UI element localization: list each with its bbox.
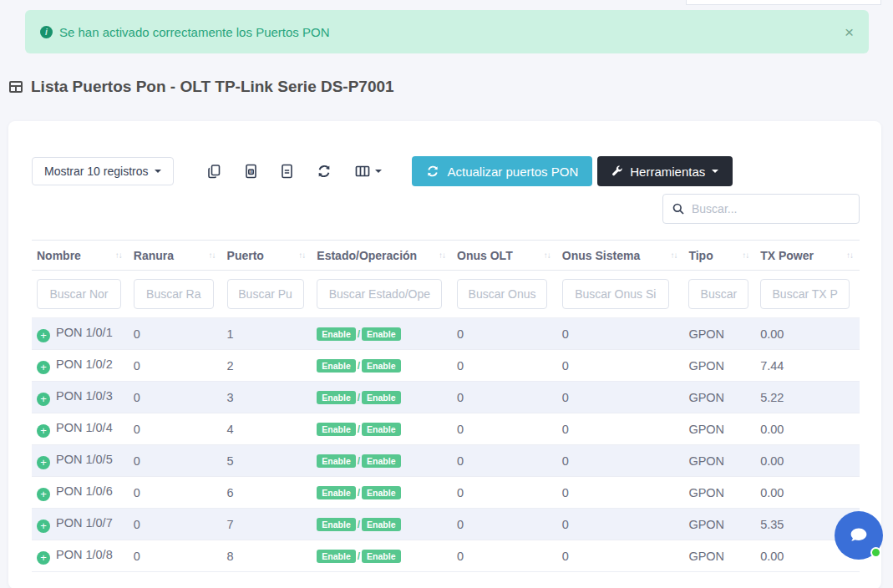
update-pon-ports-button[interactable]: Actualizar puertos PON (412, 156, 592, 186)
refresh-icon (426, 165, 439, 178)
cell-name: +PON 1/0/7 (32, 509, 129, 540)
file-export-button[interactable] (269, 159, 305, 184)
cell-estado-operacion: Enable/Enable (312, 540, 452, 572)
refresh-icon (317, 164, 332, 179)
estado-badge: Enable (317, 423, 355, 437)
badge-separator: / (358, 487, 360, 499)
cell-puerto: 6 (222, 477, 312, 509)
cell-onus_olt: 0 (452, 477, 557, 509)
cell-onus_sistema: 0 (557, 382, 684, 413)
table-row: +PON 1/0/202Enable/Enable00GPON7.44 (32, 350, 860, 382)
cell-ranura: 0 (129, 350, 222, 382)
cell-estado-operacion: Enable/Enable (312, 413, 452, 445)
reload-table-button[interactable] (305, 159, 343, 184)
show-entries-dropdown[interactable]: Mostrar 10 registros (32, 157, 174, 185)
cell-name: +PON 1/0/6 (32, 477, 129, 509)
cell-estado-operacion: Enable/Enable (312, 445, 452, 477)
cell-name: +PON 1/0/2 (32, 350, 129, 382)
cell-name: +PON 1/0/1 (32, 318, 129, 350)
expand-row-icon[interactable]: + (37, 551, 50, 565)
cell-onus_olt: 0 (452, 350, 557, 382)
copy-button[interactable] (195, 159, 233, 184)
estado-badge: Enable (317, 359, 355, 373)
cell-onus_sistema: 0 (557, 318, 684, 350)
cell-onus_sistema: 0 (557, 509, 684, 540)
column-header-tx_power[interactable]: TX Power↑↓ (755, 241, 860, 271)
operacion-badge: Enable (362, 327, 400, 342)
excel-export-button[interactable]: x (233, 159, 269, 184)
table-icon (8, 79, 23, 94)
sort-icon[interactable]: ↑↓ (742, 251, 748, 260)
pon-ports-table: Nombre↑↓Ranura↑↓Puerto↑↓Estado/Operación… (32, 240, 860, 572)
cell-estado-operacion: Enable/Enable (312, 477, 452, 509)
column-header-tipo[interactable]: Tipo↑↓ (683, 241, 755, 271)
column-label: Onus OLT (457, 249, 513, 262)
sort-icon[interactable]: ↑↓ (670, 251, 677, 260)
search-icon (672, 202, 685, 215)
filter-input-tipo[interactable] (688, 279, 748, 309)
column-visibility-button[interactable] (343, 159, 393, 184)
cell-onus_olt: 0 (452, 318, 557, 350)
filter-input-onus_olt[interactable] (457, 279, 547, 309)
cell-puerto: 3 (222, 382, 312, 413)
operacion-badge: Enable (362, 391, 400, 405)
cell-puerto: 1 (222, 318, 312, 350)
expand-row-icon[interactable]: + (37, 456, 50, 469)
expand-row-icon[interactable]: + (37, 393, 50, 406)
cell-onus_olt: 0 (452, 540, 557, 572)
sort-icon[interactable]: ↑↓ (115, 251, 122, 260)
cell-puerto: 4 (222, 413, 312, 445)
sort-icon[interactable]: ↑↓ (209, 251, 216, 260)
filter-input-puerto[interactable] (227, 279, 304, 309)
close-icon[interactable]: × (845, 24, 854, 40)
tools-dropdown-button[interactable]: Herramientas (597, 156, 733, 186)
cell-ranura: 0 (129, 509, 222, 540)
cell-onus_sistema: 0 (557, 445, 684, 477)
cell-tipo: GPON (683, 540, 755, 572)
column-header-name[interactable]: Nombre↑↓ (32, 241, 129, 271)
copy-icon (207, 164, 221, 179)
sort-icon[interactable]: ↑↓ (439, 251, 445, 260)
estado-badge: Enable (317, 391, 355, 405)
column-header-ranura[interactable]: Ranura↑↓ (129, 241, 222, 271)
sort-icon[interactable]: ↑↓ (298, 251, 305, 260)
badge-separator: / (358, 360, 360, 372)
table-row: +PON 1/0/505Enable/Enable00GPON0.00 (32, 445, 860, 477)
filter-input-ranura[interactable] (134, 279, 214, 309)
filter-input-onus_sistema[interactable] (562, 279, 669, 309)
expand-row-icon[interactable]: + (37, 424, 50, 438)
expand-row-icon[interactable]: + (37, 488, 50, 501)
sort-icon[interactable]: ↑↓ (544, 251, 551, 260)
column-header-onus_olt[interactable]: Onus OLT↑↓ (452, 241, 557, 271)
expand-row-icon[interactable]: + (37, 329, 50, 342)
table-row: +PON 1/0/707Enable/Enable00GPON5.35 (32, 509, 860, 540)
cell-tipo: GPON (683, 413, 755, 445)
cell-tipo: GPON (683, 318, 755, 350)
cell-onus_sistema: 0 (557, 413, 684, 445)
column-label: Onus Sistema (562, 249, 640, 262)
cell-tx_power: 0.00 (755, 413, 860, 445)
column-header-estado_operacion[interactable]: Estado/Operación↑↓ (312, 241, 452, 271)
table-toolbar: Mostrar 10 registros x (32, 156, 860, 186)
sort-icon[interactable]: ↑↓ (846, 251, 853, 260)
wrench-icon (611, 165, 623, 177)
search-input[interactable] (692, 202, 850, 215)
chat-bubble-icon (846, 523, 871, 548)
chevron-down-icon (375, 170, 382, 173)
filter-input-tx_power[interactable] (760, 279, 850, 309)
cell-onus_olt: 0 (452, 445, 557, 477)
expand-row-icon[interactable]: + (37, 520, 50, 533)
filter-input-name[interactable] (37, 279, 121, 309)
column-label: TX Power (760, 249, 814, 262)
columns-icon (355, 164, 371, 179)
cell-onus_sistema: 0 (557, 350, 684, 382)
column-header-onus_sistema[interactable]: Onus Sistema↑↓ (557, 241, 684, 271)
pon-name: PON 1/0/8 (56, 548, 113, 561)
cell-ranura: 0 (129, 413, 222, 445)
filter-input-estado_operacion[interactable] (317, 279, 442, 309)
column-header-puerto[interactable]: Puerto↑↓ (222, 241, 312, 271)
alert-message: Se han activado correctamente los Puerto… (59, 25, 330, 39)
export-buttons: x (195, 159, 393, 184)
expand-row-icon[interactable]: + (37, 361, 50, 374)
global-search (662, 194, 860, 224)
